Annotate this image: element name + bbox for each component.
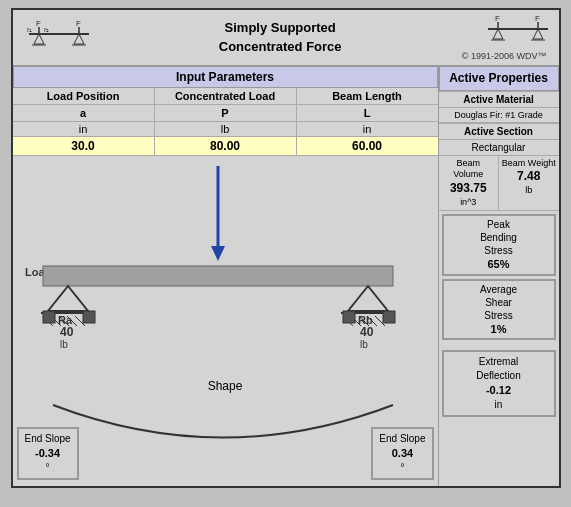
extremal-value: -0.12: [450, 383, 548, 398]
svg-text:F: F: [76, 19, 81, 28]
peak-bending-label2: Bending: [446, 231, 552, 244]
peak-bending-label1: Peak: [446, 218, 552, 231]
shape-label: Shape: [13, 376, 438, 393]
end-slope-right-unit: °: [379, 461, 425, 475]
peak-bending-label3: Stress: [446, 244, 552, 257]
end-slope-left-unit: °: [25, 461, 71, 475]
beam-weight-label: Beam Weight: [501, 158, 557, 170]
svg-text:r₁: r₁: [27, 26, 32, 33]
beam-volume-label: Beam Volume: [441, 158, 497, 181]
svg-marker-6: [74, 34, 84, 44]
concentrated-load-value[interactable]: 80.00: [155, 137, 297, 155]
extremal-label1: Extremal: [450, 355, 548, 369]
copyright-text: © 1991-2006 WDV™: [462, 51, 553, 61]
svg-marker-17: [533, 29, 543, 39]
beam-volume-unit: in^3: [441, 197, 497, 209]
avg-shear-stress-box: Average Shear Stress 1%: [442, 279, 556, 340]
load-position-label: Load Position: [13, 88, 155, 104]
concentrated-load-label: Concentrated Load: [155, 88, 297, 104]
load-position-unit: in: [13, 122, 155, 136]
peak-bending-stress-box: Peak Bending Stress 65%: [442, 214, 556, 275]
active-material-label: Active Material: [439, 91, 559, 108]
beam-diagram-right: F F: [473, 14, 553, 51]
end-slope-left-label: End Slope: [25, 432, 71, 446]
active-material-value[interactable]: Douglas Fir: #1 Grade: [439, 108, 559, 123]
svg-marker-16: [493, 29, 503, 39]
avg-shear-label2: Shear: [446, 296, 552, 309]
svg-rect-40: [343, 311, 355, 323]
svg-marker-21: [211, 246, 225, 261]
active-props-header: Active Properties: [439, 66, 559, 91]
concentrated-load-unit: lb: [155, 122, 297, 136]
end-slope-right-value: 0.34: [379, 446, 425, 461]
beam-volume-value: 393.75: [441, 181, 497, 197]
beam-diagram-left: F F r₁ r₂: [19, 19, 99, 56]
svg-rect-41: [383, 311, 395, 323]
svg-marker-5: [34, 34, 44, 44]
beam-length-label: Beam Length: [297, 88, 438, 104]
svg-text:F: F: [495, 14, 500, 23]
beam-weight-unit: lb: [501, 185, 557, 197]
load-position-value[interactable]: 30.0: [13, 137, 155, 155]
svg-text:40: 40: [360, 325, 374, 339]
end-slope-right-label: End Slope: [379, 432, 425, 446]
active-section-label: Active Section: [439, 123, 559, 140]
beam-weight-value: 7.48: [501, 169, 557, 185]
extremal-deflection-box: Extremal Deflection -0.12 in: [442, 350, 556, 417]
end-slope-left-value: -0.34: [25, 446, 71, 461]
active-section-value[interactable]: Rectangular: [439, 140, 559, 156]
svg-rect-31: [43, 311, 55, 323]
beam-length-value[interactable]: 60.00: [297, 137, 438, 155]
extremal-label2: Deflection: [450, 369, 548, 383]
load-position-symbol: a: [13, 105, 155, 121]
svg-rect-32: [83, 311, 95, 323]
svg-marker-33: [348, 286, 388, 311]
beam-visualization: Load: [13, 156, 438, 376]
beam-length-unit: in: [297, 122, 438, 136]
svg-text:F: F: [36, 19, 41, 28]
end-slope-left-box: End Slope -0.34 °: [17, 427, 79, 480]
beam-length-symbol: L: [297, 105, 438, 121]
svg-text:lb: lb: [360, 339, 368, 350]
svg-text:40: 40: [60, 325, 74, 339]
input-params-header: Input Parameters: [13, 66, 438, 88]
beam-weight-col: Beam Weight 7.48 lb: [499, 156, 559, 211]
extremal-unit: in: [450, 398, 548, 412]
avg-shear-label1: Average: [446, 283, 552, 296]
beam-props-row: Beam Volume 393.75 in^3 Beam Weight 7.48…: [439, 156, 559, 212]
avg-shear-value: 1%: [446, 322, 552, 336]
concentrated-load-symbol: P: [155, 105, 297, 121]
svg-marker-24: [48, 286, 88, 311]
svg-text:F: F: [535, 14, 540, 23]
svg-rect-23: [43, 266, 393, 286]
svg-text:lb: lb: [60, 339, 68, 350]
beam-volume-col: Beam Volume 393.75 in^3: [439, 156, 500, 211]
peak-bending-value: 65%: [446, 257, 552, 271]
avg-shear-label3: Stress: [446, 309, 552, 322]
end-slope-right-box: End Slope 0.34 °: [371, 427, 433, 480]
page-title: Simply Supported Concentrated Force: [99, 19, 462, 55]
svg-text:r₂: r₂: [44, 26, 49, 33]
